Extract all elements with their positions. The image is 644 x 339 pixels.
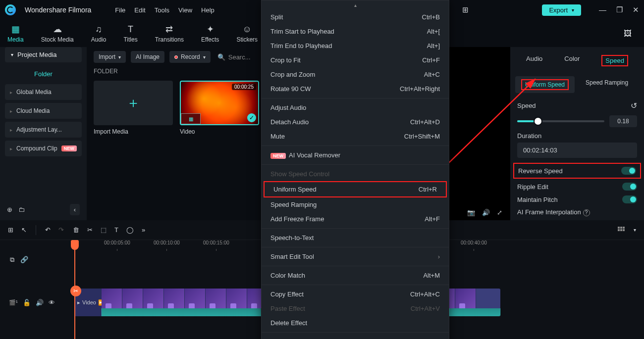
grid-view-icon[interactable] (618, 227, 625, 234)
cm-mute[interactable]: MuteCtrl+Shift+M (262, 129, 449, 144)
cm-speed-ramping[interactable]: Speed Ramping (262, 197, 449, 212)
cm-copy-effect[interactable]: Copy EffectCtrl+Alt+C (262, 287, 449, 301)
snapshot-icon[interactable]: 🖼 (624, 29, 632, 38)
speed-slider[interactable] (517, 120, 604, 122)
transition-icon: ⇄ (164, 24, 175, 35)
tool-stock-media[interactable]: ☁Stock Media (41, 24, 74, 43)
project-media-header[interactable]: ▾ Project Media (5, 47, 82, 62)
redo-icon[interactable]: ↷ (58, 226, 64, 234)
tool-audio[interactable]: ♫Audio (91, 24, 107, 43)
nav-cloud-media[interactable]: ▸Cloud Media (5, 103, 82, 119)
link-icon[interactable]: 🔗 (20, 256, 28, 264)
crop-icon[interactable]: ⬚ (101, 226, 107, 234)
check-icon: ✓ (247, 113, 256, 122)
menu-view[interactable]: View (178, 6, 192, 14)
ai-image-button[interactable]: AI Image (131, 51, 164, 63)
maintain-pitch-toggle[interactable] (622, 195, 637, 203)
speed-label: Speed (517, 102, 536, 109)
close-icon[interactable]: ✕ (633, 5, 639, 14)
cloud-icon: ☁ (52, 24, 63, 35)
camera-icon[interactable]: 📷 (467, 209, 475, 216)
mute-icon[interactable]: 🔊 (36, 299, 44, 306)
nav-compound-clip[interactable]: ▸Compound ClipNEW (5, 141, 82, 156)
nav-adjustment-layer[interactable]: ▸Adjustment Lay... (5, 122, 82, 138)
cm-adjust-audio[interactable]: Adjust Audio (262, 100, 449, 115)
reset-icon[interactable]: ↺ (631, 101, 637, 110)
tool-media[interactable]: ▦Media (7, 24, 24, 43)
tab-audio[interactable]: Audio (522, 53, 546, 68)
import-button[interactable]: Import▾ (94, 51, 126, 63)
layout-icon[interactable]: ⊞ (462, 5, 469, 14)
tool-effects[interactable]: ✦Effects (201, 24, 219, 43)
maximize-icon[interactable]: ❐ (616, 5, 623, 14)
cm-ai-vocal-remover[interactable]: NEWAI Vocal Remover (262, 148, 449, 162)
scissors-icon[interactable]: ✂ (70, 286, 81, 296)
tool-titles[interactable]: TTitles (123, 24, 137, 43)
folder-tab[interactable]: Folder (0, 65, 87, 83)
color-icon[interactable]: ◯ (126, 226, 134, 234)
export-button[interactable]: Export▾ (542, 4, 581, 16)
track-stack-icon[interactable]: ⧉ (10, 256, 14, 264)
delete-icon[interactable]: 🗑 (73, 226, 79, 234)
text-icon[interactable]: T (114, 226, 118, 234)
cursor-icon[interactable]: ↖ (21, 226, 27, 234)
ripple-edit-toggle[interactable] (622, 183, 637, 191)
chevron-right-icon: ▸ (10, 146, 12, 151)
cut-icon[interactable]: ✂ (87, 226, 93, 234)
plus-icon: ＋ (126, 94, 140, 112)
cm-delete-effect[interactable]: Delete Effect (262, 316, 449, 330)
cm-crop-fit[interactable]: Crop to FitCtrl+F (262, 53, 449, 67)
lock-icon[interactable]: 🔓 (23, 299, 31, 306)
marker-icon[interactable]: ⊞ (8, 226, 13, 234)
volume-icon[interactable]: 🔊 (482, 209, 490, 216)
ai-interpolation-label: AI Frame Interpolation (517, 208, 581, 216)
minimize-icon[interactable]: — (599, 5, 606, 14)
menu-file[interactable]: File (115, 6, 125, 14)
more-icon[interactable]: » (142, 226, 145, 234)
cm-speech-to-text[interactable]: Speech-to-Text (262, 231, 449, 245)
cm-trim-start[interactable]: Trim Start to PlayheadAlt+[ (262, 24, 449, 39)
collapse-icon[interactable]: ‹ (70, 204, 80, 215)
folder-icon[interactable]: 🗀 (18, 206, 25, 213)
undo-icon[interactable]: ↶ (45, 226, 51, 234)
maintain-pitch-label: Maintain Pitch (517, 196, 558, 203)
cm-trim-end[interactable]: Trim End to PlayheadAlt+] (262, 39, 449, 53)
nav-global-media[interactable]: ▸Global Media (5, 84, 82, 100)
track-media-icon[interactable]: 🎬¹ (9, 299, 18, 306)
folder-add-icon[interactable]: ⊕ (7, 206, 12, 213)
tab-speed[interactable]: Speed (597, 53, 632, 68)
ripple-edit-label: Ripple Edit (517, 183, 548, 191)
cm-rotate[interactable]: Rotate 90 CWCtrl+Alt+Right (262, 82, 449, 96)
duration-input[interactable]: 00:02:14:03 (517, 143, 637, 158)
cm-crop-zoom[interactable]: Crop and ZoomAlt+C (262, 67, 449, 82)
text-icon: T (125, 24, 136, 35)
cm-uniform-speed[interactable]: Uniform SpeedCtrl+R (264, 181, 447, 197)
subtab-speed-ramping[interactable]: Speed Ramping (580, 76, 634, 93)
cm-freeze-frame[interactable]: Add Freeze FrameAlt+F (262, 212, 449, 226)
tool-stickers[interactable]: ☺Stickers (236, 24, 258, 43)
effects-icon: ✦ (205, 24, 215, 35)
menu-tools[interactable]: Tools (155, 6, 169, 14)
record-button[interactable]: Record▾ (169, 51, 211, 63)
record-dot-icon (174, 55, 178, 59)
video-thumbnail[interactable]: 00:00:25 ▦ ✓ (180, 81, 259, 125)
cm-color-match[interactable]: Color MatchAlt+M (262, 268, 449, 283)
cm-smart-edit-tool[interactable]: Smart Edit Tool (262, 249, 449, 264)
subtab-uniform-speed[interactable]: Uniform Speed (515, 76, 575, 93)
visibility-icon[interactable]: 👁 (49, 299, 55, 306)
scroll-up-icon[interactable]: ▴ (262, 0, 449, 10)
reverse-speed-toggle[interactable] (621, 167, 636, 175)
fullscreen-icon[interactable]: ⤢ (497, 209, 502, 216)
tool-transitions[interactable]: ⇄Transitions (155, 24, 184, 43)
menu-edit[interactable]: Edit (134, 6, 145, 14)
search-icon[interactable]: 🔍 (217, 53, 225, 61)
menu-help[interactable]: Help (201, 6, 215, 14)
speed-value[interactable]: 0.18 (609, 115, 637, 127)
cm-split[interactable]: SplitCtrl+B (262, 10, 449, 24)
tab-color[interactable]: Color (560, 53, 584, 68)
import-media-tile[interactable]: ＋ (94, 81, 173, 125)
chevron-down-icon[interactable]: ▾ (634, 227, 636, 233)
cm-detach-audio[interactable]: Detach AudioCtrl+Alt+D (262, 115, 449, 129)
info-icon[interactable]: ? (583, 209, 590, 216)
search-input[interactable]: Searc... (228, 53, 251, 61)
